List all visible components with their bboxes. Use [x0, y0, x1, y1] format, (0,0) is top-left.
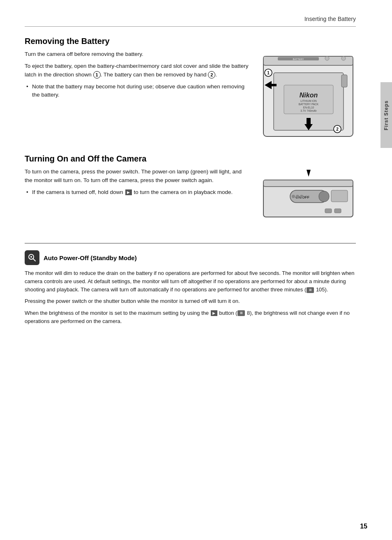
svg-rect-33 [334, 209, 341, 213]
ref-icon-2: ⊠ [238, 310, 245, 316]
badge-1: 1 [93, 71, 101, 78]
page-header: Inserting the Battery [25, 8, 356, 27]
svg-point-4 [325, 56, 329, 60]
svg-rect-27 [319, 191, 329, 202]
section-title-removing: Removing the Battery [25, 37, 356, 46]
note-para-2: Pressing the power switch or the shutter… [25, 297, 356, 305]
note-icon [25, 250, 39, 265]
svg-text:LITHIUM ION: LITHIUM ION [300, 99, 317, 102]
power-para-1: To turn on the camera, press the power s… [25, 168, 249, 185]
page-wrapper: First Steps Inserting the Battery Removi… [0, 0, 392, 540]
note-body: The monitor will dim to reduce the drain… [25, 269, 356, 325]
svg-text:BATTERY: BATTERY [293, 58, 304, 60]
side-tab-label: First Steps [383, 100, 389, 130]
svg-rect-14 [272, 84, 277, 86]
playback-icon: ▶ [125, 189, 132, 195]
removing-battery-text: Turn the camera off before removing the … [25, 50, 249, 101]
power-diagram-svg: ON/OFF [261, 168, 356, 225]
power-text: To turn on the camera, press the power s… [25, 168, 249, 198]
power-image: ON/OFF [261, 168, 356, 226]
svg-text:1: 1 [267, 71, 270, 75]
removing-battery-layout: Turn the camera off before removing the … [25, 50, 356, 142]
svg-text:2: 2 [336, 127, 339, 132]
power-bullets: If the camera is turned off, hold down ▶… [25, 188, 249, 196]
svg-point-36 [30, 256, 32, 258]
page-header-title: Inserting the Battery [304, 16, 356, 22]
page-number: 15 [360, 523, 367, 530]
note-para-1: The monitor will dim to reduce the drain… [25, 269, 356, 294]
removing-para-2: To eject the battery, open the battery-c… [25, 62, 249, 79]
power-layout: To turn on the camera, press the power s… [25, 168, 356, 226]
removing-bullets: Note that the battery may become hot dur… [25, 83, 249, 99]
removing-bullet-1: Note that the battery may become hot dur… [25, 83, 249, 99]
svg-rect-21 [341, 75, 347, 87]
page-footer: 15 [360, 523, 367, 530]
svg-rect-28 [331, 190, 348, 202]
note-title-row: Auto Power-Off (Standby Mode) [25, 250, 356, 265]
svg-line-35 [33, 259, 36, 261]
svg-point-30 [296, 195, 299, 198]
note-box: Auto Power-Off (Standby Mode) The monito… [25, 243, 356, 325]
svg-point-29 [292, 195, 295, 198]
section-title-power: Turning On and Off the Camera [25, 154, 356, 164]
note-title-text: Auto Power-Off (Standby Mode) [44, 254, 137, 261]
svg-text:Nikon: Nikon [300, 92, 318, 99]
side-tab: First Steps [380, 82, 392, 148]
battery-diagram-svg: BATTERY Nikon LITHIUM ION BATTERY PACK E… [261, 50, 356, 141]
svg-point-5 [341, 56, 346, 60]
svg-text:EN-EL10: EN-EL10 [303, 106, 314, 109]
section-removing-battery: Removing the Battery Turn the camera off… [25, 37, 356, 142]
svg-point-31 [300, 195, 303, 198]
svg-marker-24 [307, 170, 311, 177]
note-para-3: When the brightness of the monitor is se… [25, 309, 356, 325]
svg-text:BATTERY PACK: BATTERY PACK [299, 103, 319, 106]
svg-text:3.7V 740mAh: 3.7V 740mAh [300, 109, 317, 112]
playback-icon-2: ▶ [211, 310, 217, 316]
ref-icon-1: ⊠ [307, 287, 314, 293]
svg-rect-18 [307, 118, 311, 125]
removing-para-1: Turn the camera off before removing the … [25, 50, 249, 59]
magnifier-icon-svg [28, 253, 37, 262]
power-bullet-1: If the camera is turned off, hold down ▶… [25, 188, 249, 196]
svg-rect-32 [325, 209, 332, 213]
section-turning-on-off: Turning On and Off the Camera To turn on… [25, 154, 356, 226]
main-content: Inserting the Battery Removing the Batte… [0, 0, 380, 540]
svg-rect-23 [263, 180, 353, 187]
removing-battery-image: BATTERY Nikon LITHIUM ION BATTERY PACK E… [261, 50, 356, 142]
badge-2: 2 [208, 71, 215, 78]
